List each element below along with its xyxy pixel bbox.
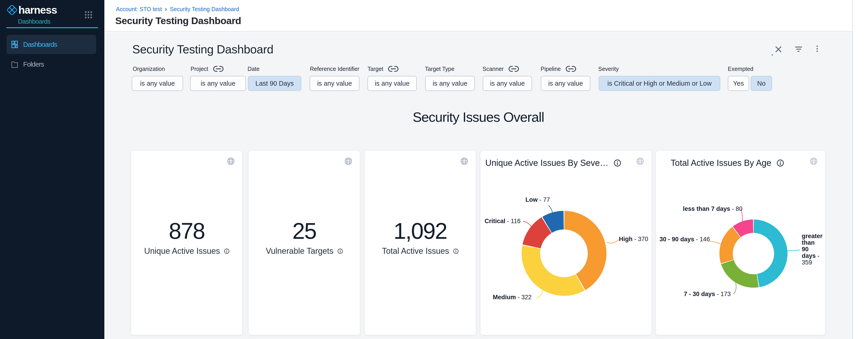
svg-text:High - 370: High - 370 <box>619 236 648 243</box>
svg-text:7 - 30 days - 173: 7 - 30 days - 173 <box>684 291 731 298</box>
svg-text:less than 7 days - 80: less than 7 days - 80 <box>683 205 743 212</box>
svg-text:Critical - 116: Critical - 116 <box>485 218 521 225</box>
svg-text:Medium - 322: Medium - 322 <box>493 294 532 301</box>
svg-text:days -: days - <box>802 252 819 259</box>
svg-text:Low - 77: Low - 77 <box>525 196 550 203</box>
svg-text:30 - 90 days - 146: 30 - 90 days - 146 <box>659 236 710 243</box>
svg-text:than: than <box>802 239 815 246</box>
svg-text:greater: greater <box>802 233 823 239</box>
svg-text:90: 90 <box>802 246 809 253</box>
svg-text:359: 359 <box>802 259 812 266</box>
